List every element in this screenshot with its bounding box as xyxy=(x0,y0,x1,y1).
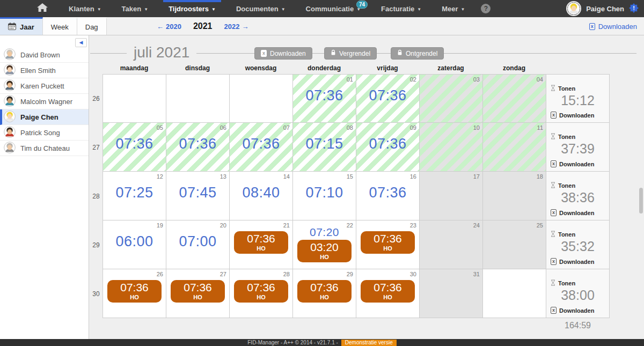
download-week-link[interactable]: xDownloaden xyxy=(551,160,605,167)
sidebar-item-paige-chen[interactable]: Paige Chen xyxy=(0,109,89,125)
day-number: 28 xyxy=(283,271,290,277)
day-cell-12[interactable]: 1207:25 xyxy=(103,172,166,220)
day-cell[interactable] xyxy=(483,269,546,318)
timesheet-entry-pill[interactable]: 07:36HO xyxy=(107,280,162,303)
day-cell-04[interactable]: 04 xyxy=(483,74,546,123)
nav-item-communicatie[interactable]: Communicatie▼74 xyxy=(306,0,361,17)
day-cell[interactable] xyxy=(166,74,230,123)
unlock-button[interactable]: Ontgrendel xyxy=(391,47,444,60)
day-cell[interactable] xyxy=(103,74,166,123)
sidebar-item-karen-puckett[interactable]: Karen Puckett xyxy=(0,78,89,94)
timesheet-entry-pill[interactable]: 07:36HO xyxy=(171,280,225,303)
day-cell-11[interactable]: 11 xyxy=(483,123,546,172)
calendar-grid: 260107:360207:360304Tonen15:12xDownloade… xyxy=(90,74,644,318)
show-week-link[interactable]: Tonen xyxy=(551,279,605,287)
worked-time: 07:36 xyxy=(369,87,406,104)
timesheet-entry-pill[interactable]: 03:20HO xyxy=(297,240,352,262)
download-week-link[interactable]: xDownloaden xyxy=(551,307,605,314)
day-cell-05[interactable]: 0507:36 xyxy=(103,123,166,172)
day-cell-06[interactable]: 0607:36 xyxy=(166,123,230,172)
sidebar-item-patrick-song[interactable]: Patrick Song xyxy=(0,125,89,141)
day-cell-19[interactable]: 1906:00 xyxy=(103,220,166,269)
day-cell-14[interactable]: 1408:40 xyxy=(230,172,293,220)
day-cell-25[interactable]: 25 xyxy=(483,220,546,269)
excel-icon: x xyxy=(551,307,557,314)
download-year-link[interactable]: x Downloaden xyxy=(589,17,637,35)
home-icon xyxy=(36,3,48,14)
day-cell-21[interactable]: 2107:36HO xyxy=(230,220,293,269)
day-cell-30[interactable]: 3007:36HO xyxy=(356,269,420,318)
worked-time: 07:36 xyxy=(369,136,406,152)
day-cell-03[interactable]: 03 xyxy=(420,74,483,123)
sidebar-item-david-brown[interactable]: David Brown xyxy=(0,47,89,63)
day-cell-23[interactable]: 2307:36HO xyxy=(356,220,420,269)
week-summary: Tonen15:12xDownloaden xyxy=(546,74,610,123)
show-week-link[interactable]: Tonen xyxy=(551,85,605,92)
day-cell-07[interactable]: 0707:36 xyxy=(230,123,293,172)
tab-jaar[interactable]: Jaar xyxy=(0,17,43,35)
day-cell[interactable] xyxy=(230,74,293,123)
download-week-link[interactable]: xDownloaden xyxy=(551,258,605,265)
day-cell-01[interactable]: 0107:36 xyxy=(293,74,356,123)
day-cell-28[interactable]: 2807:36HO xyxy=(230,269,293,318)
timesheet-entry-pill[interactable]: 07:36HO xyxy=(234,231,288,254)
day-cell-08[interactable]: 0807:15 xyxy=(293,123,356,172)
day-cell-10[interactable]: 10 xyxy=(420,123,483,172)
top-navigation: Klanten▼Taken▼Tijdroosters▼Documenten▼Co… xyxy=(0,0,644,17)
timesheet-entry-pill[interactable]: 07:36HO xyxy=(361,231,415,254)
worked-time: 07:10 xyxy=(305,185,343,201)
help-button[interactable]: ? xyxy=(481,4,491,13)
chevron-down-icon: ▼ xyxy=(461,7,465,12)
nav-item-klanten[interactable]: Klanten▼ xyxy=(69,0,101,17)
timesheet-entry-pill[interactable]: 07:36HO xyxy=(234,280,288,303)
worked-time: 07:20 xyxy=(310,226,339,239)
day-cell-20[interactable]: 2007:00 xyxy=(166,220,230,269)
day-header-zaterdag: zaterdag xyxy=(419,64,482,74)
pill-tag: HO xyxy=(257,294,266,300)
person-name: Patrick Song xyxy=(20,129,60,137)
day-cell-16[interactable]: 1607:36 xyxy=(356,172,420,220)
download-week-link[interactable]: xDownloaden xyxy=(551,209,605,216)
year-navigation: ← 2020 2021 2022 → xyxy=(157,17,248,35)
pill-tag: HO xyxy=(193,294,202,300)
nav-item-tijdroosters[interactable]: Tijdroosters▼ xyxy=(169,0,216,17)
day-cell-24[interactable]: 24 xyxy=(420,220,483,269)
day-cell-17[interactable]: 17 xyxy=(420,172,483,220)
download-week-link[interactable]: xDownloaden xyxy=(551,112,605,119)
week-row: 302607:36HO2707:36HO2807:36HO2907:36HO30… xyxy=(90,269,644,318)
notification-icon[interactable]: ! xyxy=(629,3,639,14)
day-cell-02[interactable]: 0207:36 xyxy=(356,74,420,123)
next-year-link[interactable]: 2022 → xyxy=(224,23,249,31)
sidebar-item-tim-du-chateau[interactable]: Tim du Chateau xyxy=(0,141,89,156)
scrollbar[interactable] xyxy=(639,188,643,214)
show-week-link[interactable]: Tonen xyxy=(551,231,605,238)
day-cell-27[interactable]: 2707:36HO xyxy=(166,269,230,318)
nav-item-taken[interactable]: Taken▼ xyxy=(122,0,149,17)
show-week-link[interactable]: Tonen xyxy=(551,133,605,141)
hourglass-icon xyxy=(551,182,555,189)
sidebar-item-malcolm-wagner[interactable]: Malcolm Wagner xyxy=(0,94,89,109)
day-cell-29[interactable]: 2907:36HO xyxy=(293,269,356,318)
day-cell-26[interactable]: 2607:36HO xyxy=(103,269,166,318)
show-week-link[interactable]: Tonen xyxy=(551,182,605,189)
tab-week[interactable]: Week xyxy=(43,17,77,35)
day-cell-18[interactable]: 18 xyxy=(483,172,546,220)
tab-dag[interactable]: Dag xyxy=(77,17,107,35)
day-cell-15[interactable]: 1507:10 xyxy=(293,172,356,220)
nav-item-facturatie[interactable]: Facturatie▼ xyxy=(381,0,421,17)
day-cell-09[interactable]: 0907:36 xyxy=(356,123,420,172)
home-button[interactable] xyxy=(36,0,48,17)
nav-item-meer[interactable]: Meer▼ xyxy=(442,0,465,17)
nav-item-documenten[interactable]: Documenten▼ xyxy=(236,0,286,17)
day-cell-31[interactable]: 31 xyxy=(420,269,483,318)
timesheet-entry-pill[interactable]: 07:36HO xyxy=(361,280,415,303)
user-menu[interactable]: Paige Chen ! xyxy=(566,0,639,17)
day-cell-22[interactable]: 2207:2003:20HO xyxy=(293,220,356,269)
timesheet-entry-pill[interactable]: 07:36HO xyxy=(297,280,352,303)
day-cell-13[interactable]: 1307:45 xyxy=(166,172,230,220)
lock-button[interactable]: Vergrendel xyxy=(324,47,377,60)
sidebar-item-ellen-smith[interactable]: Ellen Smith xyxy=(0,63,89,78)
prev-year-link[interactable]: ← 2020 xyxy=(157,23,181,31)
collapse-sidebar-button[interactable]: ◀ xyxy=(75,38,87,47)
download-month-button[interactable]: x Downloaden xyxy=(254,47,312,60)
